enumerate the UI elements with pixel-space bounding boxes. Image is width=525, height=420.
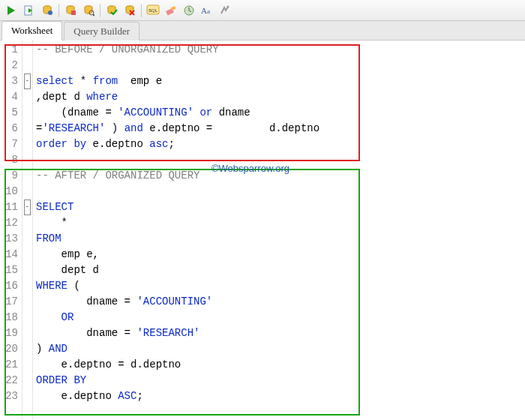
sql-tuning-icon[interactable]: [80, 2, 97, 19]
code-line[interactable]: [36, 152, 525, 168]
line-number: 15: [0, 262, 18, 278]
fold-slot: [22, 89, 32, 105]
line-number: 6: [0, 121, 18, 136]
code-line[interactable]: ORDER BY: [36, 373, 525, 388]
code-line[interactable]: order by e.deptno asc;: [36, 136, 525, 152]
tab-worksheet[interactable]: Worksheet: [2, 21, 62, 40]
line-number: 2: [0, 58, 18, 74]
fold-slot: [22, 168, 32, 184]
toolbar-separator: [58, 4, 59, 17]
fold-slot: [22, 310, 32, 326]
line-number: 14: [0, 247, 18, 262]
tab-bar: Worksheet Query Builder: [0, 21, 525, 40]
fold-slot: [22, 262, 32, 278]
line-number-gutter: 1234567891011121314151617181920212223: [0, 40, 22, 419]
fold-toggle-icon[interactable]: -: [24, 200, 31, 215]
line-number: 12: [0, 215, 18, 231]
fold-slot: [22, 215, 32, 231]
line-number: 18: [0, 310, 18, 326]
fold-slot: [22, 121, 32, 136]
run-icon[interactable]: [3, 2, 20, 19]
line-number: 16: [0, 278, 18, 294]
rollback-icon[interactable]: [122, 2, 138, 19]
code-line[interactable]: emp e,: [36, 247, 525, 262]
svg-text:A: A: [201, 6, 207, 15]
svg-text:a: a: [207, 8, 210, 15]
fold-slot: -: [22, 200, 32, 215]
line-number: 9: [0, 168, 18, 184]
svg-point-4: [48, 10, 52, 15]
fold-slot: [22, 388, 32, 404]
fold-slot: [22, 184, 32, 200]
fold-slot: -: [22, 74, 32, 89]
commit-icon[interactable]: [104, 2, 120, 19]
line-number: 10: [0, 184, 18, 200]
line-number: 5: [0, 105, 18, 121]
code-line[interactable]: OR: [36, 310, 525, 326]
tab-query-builder[interactable]: Query Builder: [64, 22, 140, 40]
toolbar-separator: [100, 4, 100, 17]
autotrace-icon[interactable]: [62, 2, 79, 19]
code-line[interactable]: *: [36, 215, 525, 231]
fold-slot: [22, 152, 32, 168]
code-line[interactable]: e.deptno ASC;: [36, 388, 525, 404]
code-line[interactable]: FROM: [36, 231, 525, 247]
code-line[interactable]: dept d: [36, 262, 525, 278]
fold-slot: [22, 341, 32, 357]
line-number: 3: [0, 74, 18, 89]
line-number: 8: [0, 152, 18, 168]
code-line[interactable]: WHERE (: [36, 278, 525, 294]
line-number: 4: [0, 89, 18, 105]
fold-slot: [22, 231, 32, 247]
code-line[interactable]: (dname = 'ACCOUNTING' or dname: [36, 105, 525, 121]
fold-slot: [22, 58, 32, 74]
line-number: 19: [0, 326, 18, 341]
fold-column: --: [22, 40, 33, 419]
svg-text:SQL: SQL: [148, 8, 158, 13]
case-icon[interactable]: Aa: [199, 2, 215, 19]
svg-point-23: [227, 5, 230, 8]
toolbar-separator: [141, 4, 142, 17]
line-number: 23: [0, 388, 18, 404]
toolbar: SQLAa: [0, 0, 525, 21]
fold-slot: [22, 326, 32, 341]
fold-slot: [22, 42, 32, 58]
svg-marker-0: [8, 6, 15, 15]
fold-toggle-icon[interactable]: -: [24, 74, 31, 89]
code-line[interactable]: [36, 58, 525, 74]
fold-slot: [22, 105, 32, 121]
code-line[interactable]: -- BEFORE / UNORGANIZED QUERY: [36, 42, 525, 58]
code-line[interactable]: e.deptno = d.deptno: [36, 357, 525, 373]
code-line[interactable]: -- AFTER / ORGANIZED QUERY: [36, 168, 525, 184]
code-line[interactable]: SELECT: [36, 200, 525, 215]
run-script-icon[interactable]: [21, 2, 38, 19]
fold-slot: [22, 294, 32, 310]
code-area[interactable]: -- BEFORE / UNORGANIZED QUERYselect * fr…: [33, 40, 525, 419]
line-number: 1: [0, 42, 18, 58]
sql-icon[interactable]: SQL: [145, 2, 161, 19]
clear-icon[interactable]: [163, 2, 179, 19]
line-number: 17: [0, 294, 18, 310]
history-icon[interactable]: [181, 2, 197, 19]
code-line[interactable]: ,dept d where: [36, 89, 525, 105]
code-line[interactable]: ='RESEARCH' ) and e.deptno = d.deptno: [36, 121, 525, 136]
code-line[interactable]: ) AND: [36, 341, 525, 357]
fold-slot: [22, 136, 32, 152]
line-number: 13: [0, 231, 18, 247]
format-icon[interactable]: [217, 2, 233, 19]
code-line[interactable]: select * from emp e: [36, 74, 525, 89]
code-line[interactable]: dname = 'RESEARCH': [36, 326, 525, 341]
svg-line-9: [93, 14, 94, 16]
line-number: 7: [0, 136, 18, 152]
line-number: 21: [0, 357, 18, 373]
fold-slot: [22, 247, 32, 262]
code-line[interactable]: dname = 'ACCOUNTING': [36, 294, 525, 310]
line-number: 11: [0, 200, 18, 215]
fold-slot: [22, 373, 32, 388]
sql-editor[interactable]: 1234567891011121314151617181920212223 --…: [0, 40, 525, 419]
fold-slot: [22, 278, 32, 294]
fold-slot: [22, 357, 32, 373]
svg-rect-6: [71, 10, 76, 15]
code-line[interactable]: [36, 184, 525, 200]
explain-plan-icon[interactable]: [39, 2, 56, 19]
